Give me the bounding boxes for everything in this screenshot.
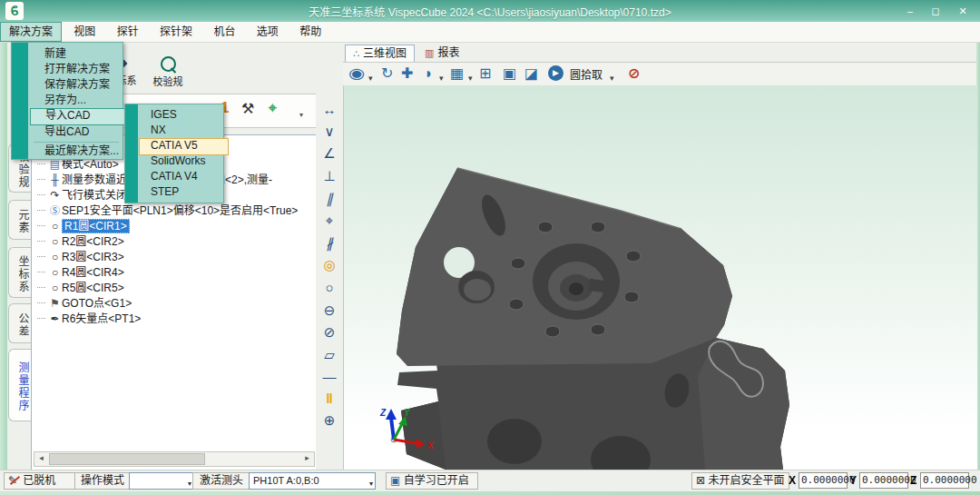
menu-view[interactable]: 视图 — [64, 22, 104, 42]
menu-probe[interactable]: 探针 — [108, 22, 148, 42]
pick-dropdown-caret[interactable]: ▾ — [610, 70, 614, 86]
menu-solution[interactable]: 解决方案 — [0, 22, 62, 42]
x-coordinate-value: 0.0000000 — [799, 472, 848, 489]
sidebar-tab-tolerance[interactable]: 公差 — [8, 303, 31, 343]
scroll-right-arrow[interactable]: ▸ — [301, 453, 313, 463]
gdt-toolbar: ↔ ∨ ∠ ⊥ ∥ ⌖ ∦ ◎ ○ ⊖ ⊘ ▱ — ‖ ⊕ — [316, 91, 343, 470]
op-mode-dropdown[interactable]: ▾ — [129, 472, 194, 490]
submenu-item-iges[interactable]: IGES — [145, 107, 223, 123]
window-border-left — [0, 22, 7, 495]
profile-icon[interactable]: ∨ — [316, 122, 343, 142]
fly-mode-icon: ↷ — [48, 188, 62, 203]
straightness-icon[interactable]: — — [316, 367, 343, 387]
menu-probe-rack[interactable]: 探针架 — [151, 22, 201, 42]
submenu-item-step[interactable]: STEP — [145, 184, 223, 200]
menu-item-save-solution[interactable]: 保存解决方案 — [37, 77, 126, 93]
angle-icon[interactable]: ∠ — [316, 144, 343, 163]
prohibit-icon[interactable]: ⊘ — [628, 65, 640, 82]
pick-mode-label[interactable]: 圆拾取 — [570, 67, 603, 84]
zoom-fit-icon[interactable]: ⊞ — [479, 65, 491, 82]
axis-z-label: Z — [379, 408, 387, 418]
dropdown-caret-icon: ▾ — [188, 477, 191, 491]
play-run-icon[interactable]: ▶ — [548, 65, 564, 81]
tree-item-circle-5[interactable]: ○R5圆<CIR5> — [35, 281, 313, 296]
cube-dropdown-caret[interactable]: ▾ — [468, 70, 473, 86]
import-cad-submenu: IGES NX CATIA V5 SolidWorks CATIA V4 STE… — [124, 104, 224, 203]
probe-dropdown[interactable]: PH10T A:0,B:0 ▾ — [249, 472, 376, 490]
tab-3d-view[interactable]: ∴三维视图 — [345, 45, 415, 62]
render-style-icon[interactable]: ◑ — [423, 65, 432, 82]
tree-item-goto-point[interactable]: ⚑GOTO点<G1> — [35, 296, 313, 312]
tab-report[interactable]: ▥报表 — [417, 45, 466, 61]
render-dropdown-caret[interactable]: ▾ — [439, 70, 444, 86]
report-tab-icon: ▥ — [425, 47, 434, 58]
central-hole — [569, 282, 583, 295]
sidebar-tab-measure-program[interactable]: 测量程序 — [8, 349, 31, 421]
tree-horizontal-scrollbar[interactable]: ◂ ▸ — [34, 451, 315, 467]
menu-help[interactable]: 帮助 — [290, 22, 330, 42]
self-learn-status: ▣ 自学习已开启 — [386, 472, 478, 490]
menu-machine[interactable]: 机台 — [204, 22, 244, 42]
parallelism-icon[interactable]: ∥ — [316, 189, 343, 209]
menu-item-recent-solutions[interactable]: 最近解决方案... — [37, 144, 126, 159]
minimize-button[interactable]: – — [900, 4, 920, 18]
tree-item-circle-1[interactable]: ○R1圆<CIR1> — [35, 219, 313, 234]
angularity-icon[interactable]: ∦ — [316, 233, 343, 253]
flatness-icon[interactable]: ▱ — [316, 345, 343, 365]
goto-flag-icon: ⚑ — [48, 296, 62, 312]
circle-feature-icon: ○ — [48, 234, 62, 250]
box-select-icon[interactable]: ◪ — [524, 65, 538, 82]
menu-item-export-cad[interactable]: 导出CAD — [37, 124, 126, 140]
submenu-item-nx[interactable]: NX — [145, 123, 223, 138]
runout-icon[interactable]: ⊘ — [316, 322, 343, 342]
distance-icon[interactable]: ↔ — [316, 100, 343, 120]
symmetry-icon[interactable]: ‖ — [316, 389, 343, 409]
sidebar-tab-coordsys[interactable]: 坐标系 — [8, 247, 31, 298]
gauge-check-button[interactable]: 校验规 — [145, 54, 191, 88]
viewport-tab-bar: ∴三维视图 ▥报表 — [343, 44, 976, 63]
probe-label: 激活测头 — [192, 472, 250, 490]
tree-item-vector-point[interactable]: ✒R6矢量点<PT1> — [35, 312, 313, 327]
close-button[interactable]: ✕ — [953, 4, 973, 18]
toolbar-overflow-icon[interactable]: ▾ — [299, 111, 303, 119]
pan-move-icon[interactable]: ✚ — [401, 65, 413, 82]
locate-pin-icon[interactable]: ▣ — [503, 65, 516, 82]
eye-dropdown-caret[interactable]: ▾ — [368, 70, 373, 86]
alignment-target-icon[interactable]: ⌖ — [269, 100, 277, 116]
scrollbar-thumb[interactable] — [49, 453, 205, 465]
hammer-build-icon[interactable]: ⚒ — [241, 100, 254, 117]
menu-item-open-solution[interactable]: 打开解决方案 — [37, 62, 126, 77]
concentricity-icon[interactable]: ◎ — [316, 255, 343, 275]
sidebar-tab-elements[interactable]: 元素 — [8, 200, 31, 240]
y-axis-label: Y — [849, 474, 857, 487]
self-learn-icon: ▣ — [390, 474, 400, 487]
position-icon[interactable]: ⌖ — [316, 211, 343, 231]
restore-button[interactable]: ◻ — [926, 4, 946, 18]
menu-item-save-as[interactable]: 另存为... — [37, 93, 126, 108]
menu-item-import-cad[interactable]: 导入CAD ▶ — [30, 108, 135, 125]
submenu-item-catia-v4[interactable]: CATIA V4 — [145, 169, 223, 184]
perpendicularity-icon[interactable]: ⊥ — [316, 166, 343, 186]
submenu-item-solidworks[interactable]: SolidWorks — [145, 153, 223, 169]
submenu-gutter — [125, 104, 138, 203]
window-title: 天准三坐标系统 VispecCube 2024 <C:\Users\jiaosi… — [0, 4, 980, 19]
probe-value: PH10T A:0,B:0 — [253, 475, 319, 486]
scroll-left-arrow[interactable]: ◂ — [35, 453, 47, 463]
3d-viewport[interactable]: Z Y X — [343, 85, 977, 470]
rotate-view-icon[interactable]: ↻ — [381, 65, 393, 82]
view-cube-icon[interactable]: ▦ — [450, 65, 464, 82]
cylindricity-icon[interactable]: ⊖ — [316, 301, 343, 321]
circularity-icon[interactable]: ○ — [316, 278, 343, 298]
tree-item-circle-4[interactable]: ○R4圆<CIR4> — [35, 265, 313, 281]
3d-view-tab-icon: ∴ — [353, 48, 359, 59]
tree-item-circle-3[interactable]: ○R3圆<CIR3> — [35, 250, 313, 265]
view-eye-icon[interactable]: ◉ — [348, 65, 365, 82]
circle-feature-icon: ○ — [48, 219, 62, 234]
tree-item-safety-plane[interactable]: ⓈSEP1安全平面<PLN1>偏移<10>是否启用<True> — [35, 203, 313, 219]
menu-gutter — [12, 43, 28, 159]
true-position-icon[interactable]: ⊕ — [316, 411, 343, 431]
menu-item-new[interactable]: 新建 — [37, 46, 126, 62]
safety-plane-icon: Ⓢ — [48, 203, 62, 219]
menu-options[interactable]: 选项 — [248, 22, 288, 42]
tree-item-circle-2[interactable]: ○R2圆<CIR2> — [35, 234, 313, 250]
